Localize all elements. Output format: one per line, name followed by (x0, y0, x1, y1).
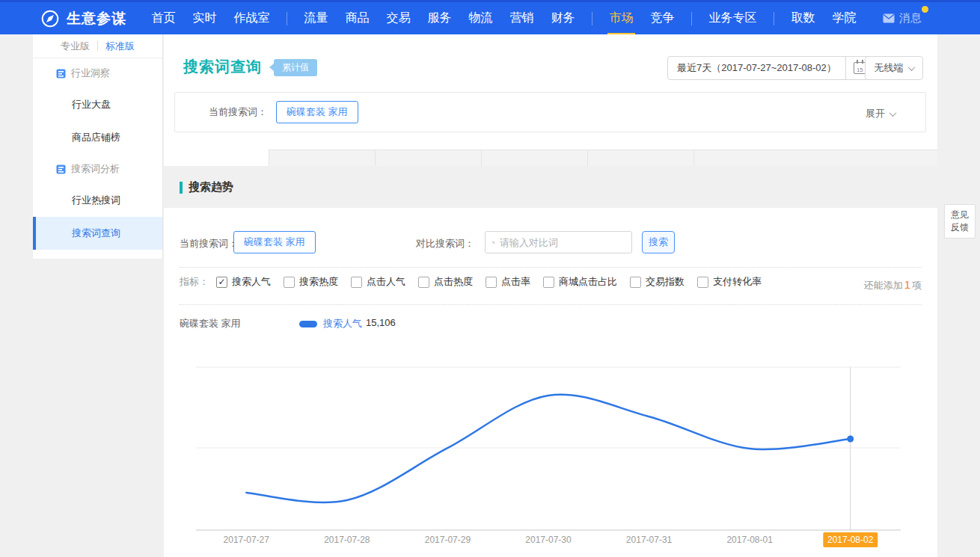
sidebar-item-search-word-query[interactable]: 搜索词查询 (33, 217, 162, 250)
checkbox-icon (630, 277, 641, 288)
terminal-select[interactable]: 无线端 (865, 56, 923, 80)
current-term-button[interactable]: 碗碟套装 家用 (233, 231, 316, 253)
nav-item-traffic[interactable]: 流量 (295, 10, 337, 26)
legend-series-value: 15,106 (366, 317, 396, 328)
metric-label: 商城点击占比 (559, 275, 617, 289)
x-tick-label: 2017-08-01 (722, 532, 777, 547)
message-label: 消息 (899, 11, 922, 25)
metric-label: 点击人气 (367, 275, 405, 289)
message-entry[interactable]: 消息 (883, 11, 922, 25)
x-tick-label: 2017-07-30 (521, 532, 575, 547)
checkbox-icon (351, 277, 362, 288)
metric-tab-strip (164, 150, 937, 166)
nav-item-service[interactable]: 服务 (419, 10, 460, 26)
metric-label: 点击率 (501, 275, 530, 289)
feedback-button[interactable]: 意见 反馈 (944, 204, 976, 239)
checkbox-icon: ✓ (216, 277, 227, 288)
compare-term-label: 对比搜索词： (416, 237, 474, 250)
sidebar-group-industry-insight[interactable]: 行业洞察 (33, 58, 162, 88)
metric-checkbox-click-heat[interactable]: 点击热度 (418, 275, 473, 289)
dotted-divider (180, 267, 922, 268)
metric-checkbox-trade-index[interactable]: 交易指数 (630, 275, 685, 289)
metric-label: 搜索热度 (299, 275, 338, 289)
cumulative-value-tag: 累计值 (274, 59, 317, 76)
trend-line (246, 395, 850, 502)
tab-segment-active[interactable] (164, 150, 269, 166)
nav-divider (774, 12, 774, 25)
sidebar-item-industry-overview[interactable]: 行业大盘 (33, 88, 162, 121)
envelope-icon (883, 13, 895, 23)
tab-segment[interactable] (269, 150, 376, 166)
x-tick-label: 2017-07-28 (319, 532, 374, 547)
nav-item-marketing[interactable]: 营销 (501, 10, 542, 26)
line-chart-canvas (164, 344, 937, 557)
nav-item-goods[interactable]: 商品 (337, 10, 378, 26)
nav-item-data-fetch[interactable]: 取数 (783, 10, 824, 26)
tab-segment[interactable] (482, 150, 588, 166)
nav-item-business-zone[interactable]: 业务专区 (700, 10, 765, 26)
top-nav: 生意参谋 首页 实时 作战室 流量 商品 交易 服务 物流 营销 财务 市场 竞… (0, 0, 980, 34)
checkbox-icon (543, 277, 554, 288)
chart-legend: 碗碟套装 家用 搜索人气 15,106 (164, 316, 937, 330)
x-tick-label: 2017-07-27 (219, 532, 274, 547)
tab-segment[interactable] (588, 150, 694, 166)
metric-checkbox-search-popularity[interactable]: ✓ 搜索人气 (216, 275, 271, 289)
remaining-prefix: 还能添加 (864, 280, 903, 291)
compare-input-wrap (485, 231, 632, 253)
nav-item-market[interactable]: 市场 (601, 10, 642, 26)
feedback-text: 反馈 (945, 221, 975, 234)
search-icon (492, 237, 495, 248)
chevron-down-icon (889, 109, 897, 117)
dotted-divider (180, 304, 922, 305)
query-row: 当前搜索词： 碗碟套装 家用 对比搜索词： 搜索 (164, 227, 937, 259)
sidebar-group-search-analysis[interactable]: 搜索词分析 (33, 154, 162, 184)
metric-checkbox-mall-click-share[interactable]: 商城点击占比 (543, 275, 617, 289)
date-range-text: 最近7天（2017-07-27~2017-08-02） (668, 57, 845, 79)
x-tick-label-highlighted: 2017-08-02 (823, 532, 878, 547)
nav-item-trade[interactable]: 交易 (378, 10, 419, 26)
search-button[interactable]: 搜索 (642, 231, 675, 253)
current-term-button[interactable]: 碗碟套装 家用 (276, 101, 358, 123)
nav-item-competition[interactable]: 竞争 (642, 10, 683, 26)
chevron-down-icon (907, 64, 915, 71)
metrics-label: 指标： (180, 275, 209, 289)
brand-name: 生意参谋 (67, 9, 126, 28)
brand[interactable]: 生意参谋 (40, 9, 126, 28)
nav-item-home[interactable]: 首页 (143, 10, 184, 26)
metric-checkbox-click-popularity[interactable]: 点击人气 (351, 275, 405, 289)
metric-label: 搜索人气 (232, 275, 271, 289)
tab-standard[interactable]: 标准版 (98, 40, 142, 53)
compare-search-input[interactable] (500, 237, 631, 248)
tab-professional[interactable]: 专业版 (53, 40, 97, 53)
tab-segment[interactable] (694, 150, 937, 166)
tab-segment[interactable] (376, 150, 482, 166)
search-trend-card: 当前搜索词： 碗碟套装 家用 对比搜索词： 搜索 指标： ✓ 搜索人气 搜索热度… (164, 208, 937, 557)
remaining-count: 1 (903, 278, 912, 291)
legend-series-name: 搜索人气 (323, 317, 362, 330)
metric-checkbox-pay-conversion[interactable]: 支付转化率 (697, 275, 762, 289)
sidebar-item-goods-shop-rank[interactable]: 商品店铺榜 (33, 121, 162, 154)
nav-item-academy[interactable]: 学院 (824, 10, 865, 26)
sidebar-group-label: 行业洞察 (71, 67, 110, 80)
nav-item-realtime[interactable]: 实时 (184, 10, 225, 26)
nav-item-logistics[interactable]: 物流 (460, 10, 501, 26)
current-term-label: 当前搜索词： (209, 105, 267, 119)
trend-chart[interactable]: 2017-07-27 2017-07-28 2017-07-29 2017-07… (164, 344, 937, 557)
metric-label: 交易指数 (646, 275, 685, 289)
date-range-picker[interactable]: 最近7天（2017-07-27~2017-08-02） 15 (667, 56, 875, 80)
nav-item-finance[interactable]: 财务 (542, 10, 584, 26)
expand-label: 展开 (866, 107, 885, 120)
page-title: 搜索词查询 (183, 57, 262, 77)
metric-checkbox-search-heat[interactable]: 搜索热度 (284, 275, 338, 289)
notification-dot (922, 6, 928, 13)
checkbox-icon (697, 277, 708, 288)
metric-checkbox-click-rate[interactable]: 点击率 (486, 275, 530, 289)
compass-logo-icon (40, 9, 60, 28)
legend-line-marker (299, 321, 317, 327)
x-tick-label: 2017-07-31 (622, 532, 676, 547)
sidebar-item-industry-hot-words[interactable]: 行业热搜词 (33, 184, 162, 217)
nav-item-warroom[interactable]: 作战室 (225, 10, 278, 26)
checkbox-icon (486, 277, 497, 288)
expand-toggle[interactable]: 展开 (866, 107, 895, 120)
sidebar-version-tabs: 专业版 标准版 (33, 34, 162, 58)
